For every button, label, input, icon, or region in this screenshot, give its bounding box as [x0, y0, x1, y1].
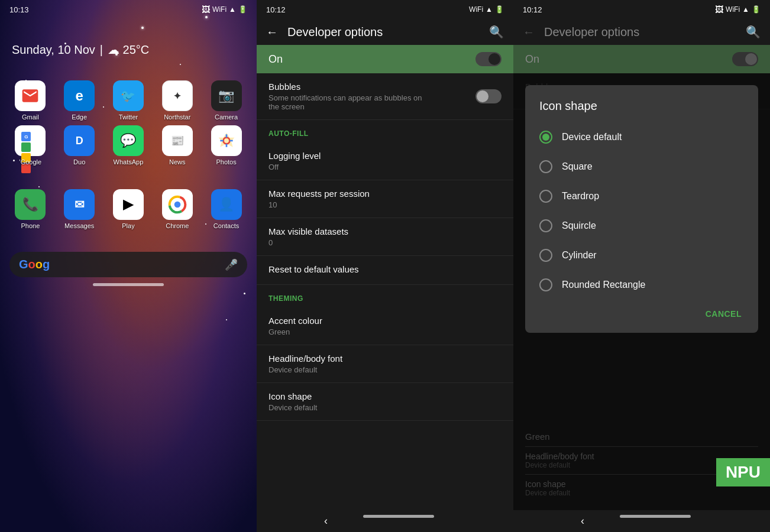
contacts-label: Contacts — [213, 222, 239, 229]
google-g-logo: Goog — [19, 258, 50, 271]
radio-teardrop — [539, 190, 552, 203]
gmail-icon — [15, 80, 46, 111]
app-chrome[interactable]: Chrome — [155, 189, 200, 229]
separator: | — [100, 43, 103, 57]
chrome-icon — [162, 189, 193, 220]
status-icons-dialog: 🖼 WiFi ▲ 🔋 — [715, 5, 761, 14]
max-datasets-setting[interactable]: Max visible datasets 0 — [257, 218, 513, 256]
google-icon: G — [15, 125, 46, 156]
radio-square — [539, 160, 552, 173]
wifi-icon-dialog: WiFi — [726, 5, 740, 14]
app-gmail[interactable]: Gmail — [8, 80, 53, 121]
app-grid: Gmail e Edge 🐦 Twitter ✦ Northstar — [0, 69, 257, 246]
photo-icon-dialog: 🖼 — [715, 5, 723, 14]
app-camera[interactable]: 📷 Camera — [204, 80, 249, 121]
camera-icon: 📷 — [211, 80, 242, 111]
headline-font-setting[interactable]: Headline/body font Device default — [257, 345, 513, 383]
whatsapp-label: WhatsApp — [114, 158, 144, 166]
duo-icon: D — [64, 125, 95, 156]
dev-scroll-area[interactable]: Bubbles Some notifications can appear as… — [257, 73, 513, 510]
status-time-dev: 10:12 — [266, 5, 286, 14]
max-requests-value: 10 — [268, 200, 502, 209]
icon-shape-setting[interactable]: Icon shape Device default — [257, 383, 513, 421]
headline-font-title: Headline/body font — [268, 353, 502, 364]
option-teardrop[interactable]: Teardrop — [525, 181, 758, 211]
status-bar-dev: 10:12 WiFi ▲ 🔋 — [257, 0, 513, 19]
on-toggle[interactable] — [475, 52, 502, 66]
app-whatsapp[interactable]: 💬 WhatsApp — [106, 125, 151, 166]
on-label-dim: On — [525, 53, 539, 66]
duo-label: Duo — [73, 158, 85, 166]
dev-toolbar: ← Developer options 🔍 — [257, 19, 513, 45]
play-icon: ▶ — [113, 189, 144, 220]
max-requests-title: Max requests per session — [268, 189, 502, 199]
nav-pill-dialog — [620, 515, 691, 518]
app-phone[interactable]: 📞 Phone — [8, 189, 53, 229]
bg-icon-shape-sub: Device default — [525, 489, 758, 497]
weather-text: ☁ 25°C — [108, 43, 149, 57]
camera-label: Camera — [215, 113, 238, 121]
npu-watermark: NPU — [716, 458, 770, 486]
northstar-icon: ✦ — [162, 80, 193, 111]
gmail-label: Gmail — [22, 113, 39, 121]
bg-content: Bubbles Some notifications can appear as… — [513, 73, 770, 510]
edge-icon: e — [64, 80, 95, 111]
bg-accent-label: Green — [525, 432, 758, 442]
option-square[interactable]: Square — [525, 152, 758, 181]
app-play[interactable]: ▶ Play — [106, 189, 151, 229]
date-text: Sunday, 10 Nov — [12, 43, 95, 57]
search-button[interactable]: 🔍 — [489, 25, 504, 39]
battery-icon-dev: 🔋 — [495, 5, 504, 14]
phone-label: Phone — [21, 222, 40, 229]
option-cylinder[interactable]: Cylinder — [525, 241, 758, 270]
home-screen: 10:13 🖼 WiFi ▲ 🔋 Sunday, 10 Nov | ☁ 25°C… — [0, 0, 257, 532]
on-toggle-row-dim: On — [513, 45, 770, 73]
option-squircle[interactable]: Squircle — [525, 211, 758, 241]
option-rounded-rect[interactable]: Rounded Rectangle — [525, 270, 758, 300]
cancel-button[interactable]: CANCEL — [698, 304, 749, 323]
bubbles-setting: Bubbles Some notifications can appear as… — [257, 73, 513, 120]
option-rounded-rect-label: Rounded Rectangle — [562, 280, 645, 290]
app-northstar[interactable]: ✦ Northstar — [155, 80, 200, 121]
status-time-dialog: 10:12 — [523, 5, 542, 14]
on-label: On — [268, 53, 283, 66]
microphone-icon[interactable]: 🎤 — [225, 258, 238, 271]
back-button[interactable]: ← — [266, 25, 278, 39]
max-requests-setting[interactable]: Max requests per session 10 — [257, 180, 513, 218]
accent-colour-setting[interactable]: Accent colour Green — [257, 307, 513, 345]
home-nav-pill — [0, 283, 257, 286]
nav-back-icon[interactable]: ‹ — [324, 515, 328, 527]
app-photos[interactable]: Photos — [204, 125, 249, 166]
battery-icon-dialog: 🔋 — [752, 5, 761, 14]
bubbles-toggle-thumb — [477, 90, 488, 102]
reset-setting[interactable]: Reset to default values — [257, 256, 513, 285]
dev-toolbar-dialog: ← Developer options 🔍 — [513, 19, 770, 45]
edge-label: Edge — [72, 113, 87, 121]
app-news[interactable]: 📰 News — [155, 125, 200, 166]
photos-icon — [211, 125, 242, 156]
nav-back-icon-dialog[interactable]: ‹ — [581, 515, 584, 527]
dev-title: Developer options — [287, 25, 480, 39]
bg-accent: Green — [525, 427, 758, 447]
option-square-label: Square — [562, 161, 593, 172]
logging-level-setting[interactable]: Logging level Off — [257, 142, 513, 180]
app-messages[interactable]: ✉ Messages — [57, 189, 102, 229]
google-label: 'Google — [20, 158, 42, 166]
bubbles-toggle[interactable] — [475, 89, 502, 103]
app-twitter[interactable]: 🐦 Twitter — [106, 80, 151, 121]
developer-options-panel: 10:12 WiFi ▲ 🔋 ← Developer options 🔍 On … — [257, 0, 513, 532]
search-bar[interactable]: Goog 🎤 — [9, 252, 247, 277]
option-device-default[interactable]: Device default — [525, 122, 758, 152]
home-date-weather: Sunday, 10 Nov | ☁ 25°C — [0, 19, 257, 69]
reset-label: Reset to default values — [268, 264, 502, 274]
app-row-3: 📞 Phone ✉ Messages ▶ Play — [6, 189, 251, 229]
option-teardrop-label: Teardrop — [562, 191, 599, 202]
app-google[interactable]: G 'Google — [8, 125, 53, 166]
autofill-section-header: AUTO-FILL — [257, 120, 513, 142]
app-edge[interactable]: e Edge — [57, 80, 102, 121]
app-duo[interactable]: D Duo — [57, 125, 102, 166]
radio-squircle — [539, 219, 552, 232]
chrome-label: Chrome — [166, 222, 189, 229]
dev-title-dialog: Developer options — [544, 25, 736, 39]
app-contacts[interactable]: 👤 Contacts — [204, 189, 249, 229]
